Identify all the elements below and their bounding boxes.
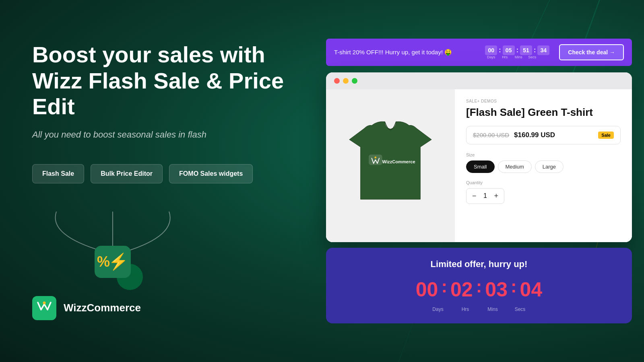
fomo-label-hrs: Hrs bbox=[453, 306, 477, 312]
countdown-mini-days: 00 bbox=[485, 45, 497, 55]
countdown-mini: 00 : 05 : 51 : 34 Days Hrs Mins Secs bbox=[485, 45, 554, 59]
label-mins: Mins bbox=[512, 55, 524, 59]
fomo-labels: Days Hrs Mins Secs bbox=[341, 306, 617, 312]
fomo-sep3: : bbox=[511, 278, 517, 295]
countdown-mini-label-row: Days Hrs Mins Secs bbox=[485, 55, 554, 59]
label-days: Days bbox=[485, 55, 497, 59]
fomo-hours: 02 bbox=[450, 280, 473, 300]
size-label: Size bbox=[466, 152, 621, 157]
fomo-mins-block: 03 bbox=[485, 280, 508, 300]
fomo-mins: 03 bbox=[485, 280, 508, 300]
fomo-days-block: 00 bbox=[416, 280, 438, 300]
tshirt-container: WizzCommerce bbox=[338, 109, 443, 222]
sep3: : bbox=[534, 47, 536, 54]
logo-box bbox=[32, 296, 56, 320]
sale-badge: Sale bbox=[598, 132, 614, 139]
feature-btn-flash-sale[interactable]: Flash Sale bbox=[32, 164, 84, 183]
announcement-text: T-shirt 20% OFF!!! Hurry up, get it toda… bbox=[334, 49, 452, 56]
qty-label: Quantity bbox=[466, 180, 621, 185]
product-window: WizzCommerce SALE+ DEMOS [Flash Sale] Gr… bbox=[326, 72, 632, 242]
dot-green bbox=[352, 78, 357, 84]
central-app-icon: % ⚡ bbox=[95, 246, 131, 278]
heading-line2: Wizz Flash Sale & Price Edit bbox=[32, 68, 284, 119]
main-heading: Boost your sales with Wizz Flash Sale & … bbox=[32, 42, 306, 119]
product-badge: SALE+ DEMOS bbox=[466, 99, 621, 103]
qty-plus-btn[interactable]: + bbox=[494, 192, 499, 200]
window-titlebar bbox=[326, 72, 632, 89]
right-panel: T-shirt 20% OFF!!! Hurry up, get it toda… bbox=[326, 0, 632, 362]
feature-btn-bulk-price[interactable]: Bulk Price Editor bbox=[91, 164, 163, 183]
logo-icon bbox=[37, 301, 52, 315]
heading-line1: Boost your sales with bbox=[32, 42, 265, 67]
svg-point-4 bbox=[43, 302, 46, 304]
label-hrs: Hrs bbox=[499, 55, 511, 59]
logo-area: WizzCommerce bbox=[32, 296, 306, 320]
tshirt-svg: WizzCommerce bbox=[338, 113, 443, 218]
fomo-widget: Limited offer, hurry up! 00 : 02 : 03 : … bbox=[326, 248, 632, 323]
qty-value: 1 bbox=[481, 192, 489, 200]
countdown-mini-secs: 34 bbox=[537, 45, 549, 55]
size-btn-large[interactable]: Large bbox=[535, 160, 564, 173]
fomo-secs-block: 04 bbox=[520, 280, 543, 300]
fomo-sep2-block: : bbox=[476, 278, 482, 302]
check-deal-button[interactable]: Check the deal → bbox=[559, 44, 624, 60]
fomo-days: 00 bbox=[416, 280, 438, 300]
countdown-mini-hours: 05 bbox=[503, 45, 515, 55]
lightning-icon: ⚡ bbox=[108, 252, 128, 271]
price-original: $200.00 USD bbox=[473, 132, 509, 138]
dot-yellow bbox=[343, 78, 349, 84]
window-body: WizzCommerce SALE+ DEMOS [Flash Sale] Gr… bbox=[326, 89, 632, 242]
svg-text:WizzCommerce: WizzCommerce bbox=[382, 159, 415, 164]
feature-btn-fomo[interactable]: FOMO Sales widgets bbox=[169, 164, 253, 183]
dot-red bbox=[334, 78, 340, 84]
price-new: $160.99 USD bbox=[514, 131, 555, 139]
fomo-sep1-block: : bbox=[441, 278, 447, 302]
countdown-mini-boxes: 00 : 05 : 51 : 34 bbox=[485, 45, 549, 55]
price-row: $200.00 USD $160.99 USD Sale bbox=[466, 126, 621, 144]
fomo-secs: 04 bbox=[520, 280, 543, 300]
feature-buttons-row: Flash Sale Bulk Price Editor FOMO Sales … bbox=[32, 164, 306, 183]
left-panel: Boost your sales with Wizz Flash Sale & … bbox=[32, 0, 306, 362]
sep1: : bbox=[499, 47, 501, 54]
fomo-title: Limited offer, hurry up! bbox=[341, 259, 617, 269]
countdown-mini-mins: 51 bbox=[520, 45, 532, 55]
flow-diagram: % ⚡ bbox=[32, 204, 193, 276]
product-details: SALE+ DEMOS [Flash Sale] Green T-shirt $… bbox=[455, 89, 632, 242]
product-title: [Flash Sale] Green T-shirt bbox=[466, 106, 621, 119]
size-btn-medium[interactable]: Medium bbox=[498, 160, 532, 173]
subheading: All you need to boost seasonal sales in … bbox=[32, 130, 306, 140]
fomo-label-secs: Secs bbox=[508, 306, 532, 312]
label-secs: Secs bbox=[526, 55, 538, 59]
fomo-sep1: : bbox=[441, 278, 447, 295]
announcement-bar: T-shirt 20% OFF!!! Hurry up, get it toda… bbox=[326, 39, 632, 66]
fomo-sep3-block: : bbox=[511, 278, 517, 302]
qty-row: − 1 + bbox=[466, 188, 504, 204]
size-btn-small[interactable]: Small bbox=[466, 160, 495, 173]
announcement-right: 00 : 05 : 51 : 34 Days Hrs Mins Secs Che… bbox=[485, 44, 624, 60]
sep2: : bbox=[516, 47, 518, 54]
fomo-hours-block: 02 bbox=[450, 280, 473, 300]
fomo-countdown: 00 : 02 : 03 : 04 bbox=[341, 278, 617, 302]
fomo-label-days: Days bbox=[426, 306, 450, 312]
logo-name: WizzCommerce bbox=[64, 302, 141, 314]
product-image-area: WizzCommerce bbox=[326, 89, 455, 242]
fomo-sep2: : bbox=[476, 278, 482, 295]
fomo-label-mins: Mins bbox=[481, 306, 505, 312]
qty-minus-btn[interactable]: − bbox=[472, 192, 477, 200]
size-buttons: Small Medium Large bbox=[466, 160, 621, 173]
svg-point-6 bbox=[375, 156, 377, 158]
